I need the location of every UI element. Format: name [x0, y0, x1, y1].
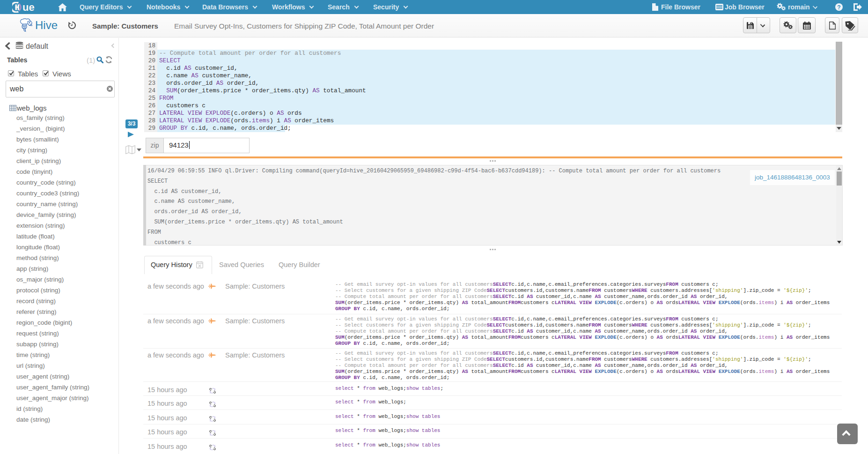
- svg-text:ue: ue: [22, 2, 35, 13]
- svg-text:?: ?: [837, 4, 840, 11]
